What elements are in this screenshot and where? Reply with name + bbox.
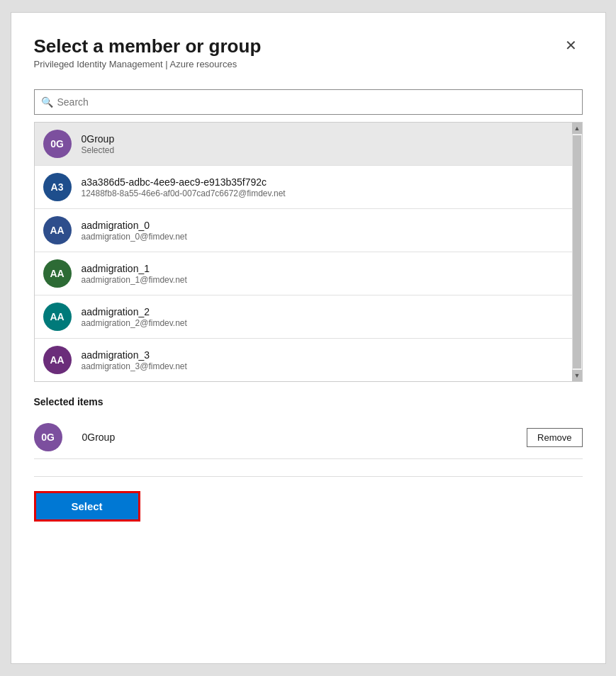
- list-item[interactable]: AA aadmigration_0 aadmigration_0@fimdev.…: [35, 209, 572, 252]
- item-text: aadmigration_0 aadmigration_0@fimdev.net: [82, 220, 564, 242]
- list-item[interactable]: A3 a3a386d5-adbc-4ee9-aec9-e913b35f792c …: [35, 166, 572, 209]
- selected-items-title: Selected items: [34, 396, 583, 407]
- item-name: aadmigration_0: [82, 220, 564, 231]
- selected-item-row: 0G 0Group Remove: [34, 416, 583, 459]
- scrollbar-thumb[interactable]: [573, 135, 581, 368]
- selected-items-section: Selected items 0G 0Group Remove: [34, 396, 583, 459]
- item-text: aadmigration_2 aadmigration_2@fimdev.net: [82, 306, 564, 328]
- item-text: 0Group Selected: [82, 133, 564, 155]
- header-text: Select a member or group Privileged Iden…: [34, 35, 262, 69]
- list-item[interactable]: AA aadmigration_3 aadmigration_3@fimdev.…: [35, 339, 572, 381]
- avatar: A3: [43, 173, 72, 201]
- list-wrapper: 0G 0Group Selected A3 a3a386d5-adbc-4ee9…: [35, 123, 582, 381]
- selected-items-list: 0G 0Group Remove: [34, 416, 583, 459]
- item-name: aadmigration_1: [82, 263, 564, 274]
- item-name: a3a386d5-adbc-4ee9-aec9-e913b35f792c: [82, 176, 564, 188]
- item-sub: aadmigration_0@fimdev.net: [82, 232, 564, 242]
- remove-button[interactable]: Remove: [527, 428, 582, 447]
- item-name: 0Group: [82, 133, 564, 145]
- list-item[interactable]: AA aadmigration_1 aadmigration_1@fimdev.…: [35, 252, 572, 295]
- scroll-up-button[interactable]: ▲: [572, 123, 582, 134]
- search-icon: 🔍: [41, 96, 53, 108]
- dialog-header: Select a member or group Privileged Iden…: [34, 35, 583, 69]
- search-input[interactable]: [34, 89, 583, 115]
- avatar: AA: [43, 216, 72, 244]
- scroll-down-button[interactable]: ▼: [572, 370, 582, 381]
- item-sub: aadmigration_2@fimdev.net: [82, 318, 564, 328]
- avatar: AA: [43, 346, 72, 374]
- item-text: aadmigration_1 aadmigration_1@fimdev.net: [82, 263, 564, 285]
- item-sub: Selected: [82, 145, 564, 155]
- item-name: aadmigration_3: [82, 349, 564, 361]
- list-item[interactable]: AA aadmigration_2 aadmigration_2@fimdev.…: [35, 295, 572, 339]
- search-container: 🔍: [34, 89, 583, 115]
- member-list: 0G 0Group Selected A3 a3a386d5-adbc-4ee9…: [34, 122, 583, 382]
- dialog-title: Select a member or group: [34, 35, 262, 57]
- close-button[interactable]: ✕: [559, 35, 583, 55]
- select-button[interactable]: Select: [34, 491, 140, 522]
- select-member-dialog: Select a member or group Privileged Iden…: [11, 12, 606, 664]
- avatar: 0G: [34, 423, 62, 451]
- avatar: AA: [43, 303, 72, 331]
- item-sub: 12488fb8-8a55-46e6-af0d-007cad7c6672@fim…: [82, 188, 564, 198]
- list-item[interactable]: 0G 0Group Selected: [35, 123, 572, 166]
- item-text: aadmigration_3 aadmigration_3@fimdev.net: [82, 349, 564, 371]
- item-sub: aadmigration_1@fimdev.net: [82, 275, 564, 285]
- avatar: AA: [43, 259, 72, 288]
- dialog-subtitle: Privileged Identity Management | Azure r…: [34, 59, 262, 69]
- item-text: a3a386d5-adbc-4ee9-aec9-e913b35f792c 124…: [82, 176, 564, 198]
- selected-item-name: 0Group: [82, 432, 527, 443]
- scrollbar-track: ▲ ▼: [572, 123, 582, 381]
- dialog-footer: Select: [34, 476, 583, 539]
- item-sub: aadmigration_3@fimdev.net: [82, 361, 564, 371]
- avatar: 0G: [43, 130, 72, 158]
- item-name: aadmigration_2: [82, 306, 564, 317]
